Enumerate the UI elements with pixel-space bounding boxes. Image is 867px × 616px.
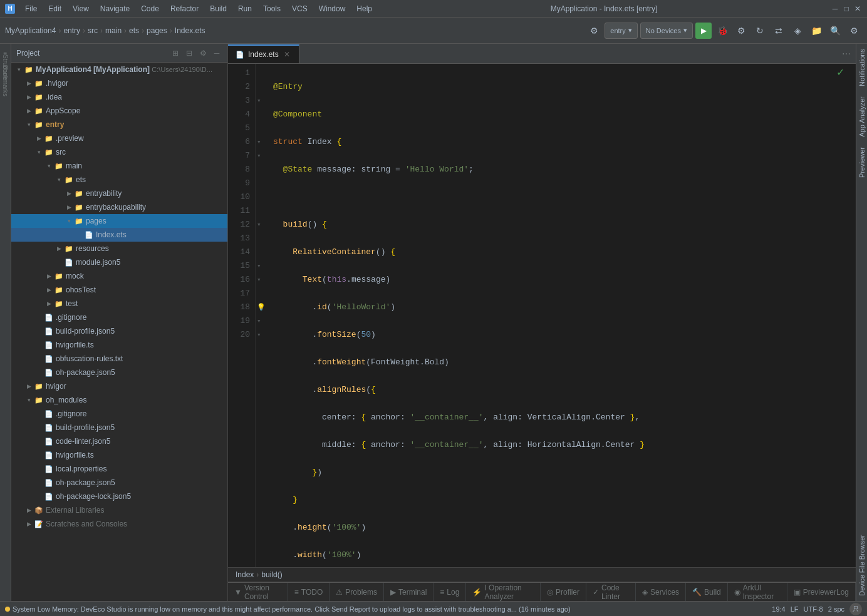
bottom-tab-services[interactable]: ◈ Services [636, 583, 686, 601]
tree-resources[interactable]: ▶ 📁 resources [11, 242, 227, 255]
tree-oh-package-lock[interactable]: 📄 oh-package-lock.json5 [11, 490, 227, 503]
tree-ets[interactable]: ▾ 📁 ets [11, 173, 227, 187]
tree-module-json5[interactable]: 📄 module.json5 [11, 255, 227, 269]
breadcrumb-entry[interactable]: entry [63, 26, 80, 35]
tree-ohostest[interactable]: ▶ 📁 ohosTest [11, 283, 227, 297]
bottom-tab-problems[interactable]: ⚠ Problems [330, 583, 384, 601]
tree-test[interactable]: ▶ 📁 test [11, 297, 227, 311]
tree-entryability[interactable]: ▶ 📁 entryability [11, 187, 227, 200]
sidebar-settings-icon[interactable]: ⚙ [197, 48, 209, 59]
code-container[interactable]: 1 2 3 4 5 6 7 8 9 10 11 12 13 14 15 16 1 [228, 64, 856, 567]
tab-index-ets[interactable]: 📄 Index.ets ✕ [228, 44, 299, 63]
menu-help[interactable]: Help [351, 3, 377, 14]
folder-icon[interactable]: 📁 [808, 23, 824, 39]
tree-gitignore-entry[interactable]: 📄 .gitignore [11, 311, 227, 324]
tree-idea[interactable]: ▶ 📁 .idea [11, 90, 227, 104]
tree-src[interactable]: ▾ 📁 src [11, 145, 227, 159]
menu-navigate[interactable]: Navigate [95, 3, 135, 14]
menu-edit[interactable]: Edit [43, 3, 66, 14]
tree-oh-package-root[interactable]: 📄 oh-package.json5 [11, 476, 227, 490]
cog-icon[interactable]: ⚙ [846, 23, 862, 39]
minimize-button[interactable]: ─ [831, 4, 839, 13]
tree-oh-package-entry[interactable]: 📄 oh-package.json5 [11, 366, 227, 379]
tree-hvigor-root[interactable]: ▶ 📁 hvigor [11, 379, 227, 393]
tree-entry[interactable]: ▾ 📁 entry [11, 118, 227, 131]
notifications-panel-label[interactable]: Notifications [857, 44, 867, 91]
debug-icon[interactable]: 🐞 [714, 23, 730, 39]
menu-code[interactable]: Code [136, 3, 164, 14]
bottom-tab-version-control[interactable]: ▼ Version Control [228, 583, 288, 601]
tree-code-linter[interactable]: 📄 code-linter.json5 [11, 434, 227, 448]
menu-window[interactable]: Window [314, 3, 351, 14]
bottom-tab-previewer-log[interactable]: ▣ PreviewerLog [787, 583, 856, 601]
breadcrumb-main[interactable]: main [105, 26, 122, 35]
bottom-tab-profiler[interactable]: ◎ Profiler [541, 583, 586, 601]
tree-appscope[interactable]: ▶ 📁 AppScope [11, 104, 227, 118]
tree-hvigorfile-root[interactable]: 📄 hvigorfile.ts [11, 448, 227, 462]
tree-obfuscation[interactable]: 📄 obfuscation-rules.txt [11, 352, 227, 366]
bottom-tab-code-linter[interactable]: ✓ Code Linter [586, 583, 636, 601]
sidebar-collapse-icon[interactable]: ⊟ [184, 48, 195, 59]
attach-icon[interactable]: ⚙ [733, 23, 749, 39]
bottom-tab-todo[interactable]: ≡ TODO [288, 583, 330, 601]
breadcrumb-app[interactable]: MyApplication4 [5, 26, 56, 35]
bottom-tab-log[interactable]: ≡ Log [433, 583, 466, 601]
devices-dropdown[interactable]: No Devices ▾ [640, 23, 693, 39]
path-build[interactable]: build() [261, 570, 282, 579]
bottom-tab-terminal[interactable]: ▶ Terminal [384, 583, 433, 601]
tree-gitignore-root[interactable]: 📄 .gitignore [11, 407, 227, 421]
menu-run[interactable]: Run [233, 3, 257, 14]
activity-bookmarks[interactable]: Bookmarks [1, 76, 11, 86]
tree-main[interactable]: ▾ 📁 main [11, 159, 227, 173]
tree-scratches[interactable]: ▶ 📝 Scratches and Consoles [11, 517, 227, 531]
app-analyzer-panel-label[interactable]: App Analyzer [857, 91, 867, 142]
device-file-browser-panel-label[interactable]: Device File Browser [857, 530, 867, 601]
maximize-button[interactable]: □ [842, 4, 851, 13]
tree-entrybackupability[interactable]: ▶ 📁 entrybackupability [11, 200, 227, 214]
run-button[interactable]: ▶ [695, 23, 712, 39]
bottom-tab-arkui-inspector[interactable]: ◉ ArkUI Inspector [728, 583, 787, 601]
status-position[interactable]: 19:4 [772, 605, 785, 613]
menu-build[interactable]: Build [205, 3, 232, 14]
tree-root[interactable]: ▾ 📁 MyApplication4 [MyApplication] C:\Us… [11, 63, 227, 76]
breadcrumb-file[interactable]: Index.ets [175, 26, 205, 35]
tree-hvigor[interactable]: ▶ 📁 .hvigor [11, 76, 227, 90]
sidebar-close-icon[interactable]: ─ [211, 48, 222, 59]
status-encoding[interactable]: UTF-8 [804, 605, 823, 613]
tab-close-icon[interactable]: ✕ [283, 50, 291, 59]
bottom-tab-build[interactable]: 🔨 Build [686, 583, 728, 601]
tree-preview[interactable]: ▶ 📁 .preview [11, 131, 227, 145]
tree-build-profile-entry[interactable]: 📄 build-profile.json5 [11, 324, 227, 338]
path-index[interactable]: Index [236, 570, 254, 579]
tree-mock[interactable]: ▶ 📁 mock [11, 269, 227, 283]
previewer-panel-label[interactable]: Previewer [857, 142, 867, 183]
tab-end-button[interactable]: ⋯ [837, 44, 856, 63]
menu-view[interactable]: View [68, 3, 94, 14]
bottom-tab-operation-analyzer[interactable]: ⚡ I Operation Analyzer [466, 583, 541, 601]
tree-oh-modules[interactable]: ▾ 📁 oh_modules [11, 393, 227, 407]
breadcrumb-ets[interactable]: ets [129, 26, 139, 35]
refresh-icon[interactable]: ↻ [752, 23, 768, 39]
tree-build-profile-root[interactable]: 📄 build-profile.json5 [11, 421, 227, 434]
tree-index-ets[interactable]: 📄 Index.ets [11, 228, 227, 242]
menu-vcs[interactable]: VCS [287, 3, 313, 14]
menu-tools[interactable]: Tools [258, 3, 286, 14]
status-spaces[interactable]: 2 spc [828, 605, 844, 613]
profile-icon[interactable]: ◈ [789, 23, 806, 39]
entry-dropdown[interactable]: entry ▾ [605, 23, 637, 39]
sidebar-expand-icon[interactable]: ⊞ [170, 48, 181, 59]
tree-local-properties[interactable]: 📄 local.properties [11, 462, 227, 476]
search-icon[interactable]: 🔍 [827, 23, 843, 39]
sync-icon[interactable]: ⇄ [771, 23, 787, 39]
menu-file[interactable]: File [20, 3, 42, 14]
close-button[interactable]: ✕ [853, 4, 862, 13]
status-line-ending[interactable]: LF [791, 605, 799, 613]
code-text[interactable]: @Entry @Component struct Index { @State … [268, 64, 856, 567]
tree-pages[interactable]: ▾ 📁 pages [11, 214, 227, 228]
tree-hvigorfile-entry[interactable]: 📄 hvigorfile.ts [11, 338, 227, 352]
tree-external-libs[interactable]: ▶ 📦 External Libraries [11, 503, 227, 517]
breadcrumb-src[interactable]: src [88, 26, 98, 35]
breadcrumb-pages[interactable]: pages [147, 26, 167, 35]
settings-icon[interactable]: ⚙ [586, 23, 602, 39]
menu-refactor[interactable]: Refactor [165, 3, 204, 14]
